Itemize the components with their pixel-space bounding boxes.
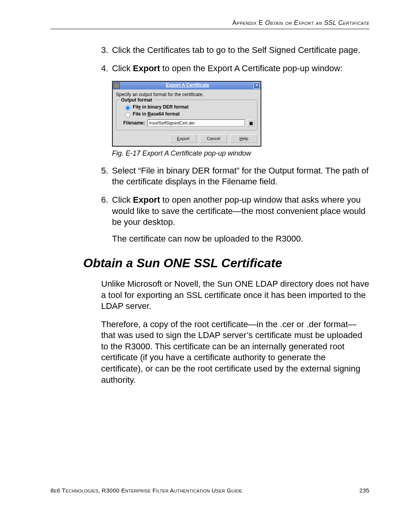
running-header: Appendix E Obtain or Export an SSL Certi… xyxy=(51,19,369,29)
figure-e17: Export A Certificate ✕ Specify an output… xyxy=(112,81,369,147)
radio-base64-format[interactable]: File in Base64 format xyxy=(123,111,255,117)
step-text: Click Export to open the Export A Certif… xyxy=(112,63,343,73)
step-list-2: 5. Select “File in binary DER format” fo… xyxy=(101,165,369,245)
step-5: 5. Select “File in binary DER format” fo… xyxy=(101,165,369,188)
dialog-buttons: Export Cancel Help xyxy=(116,134,257,143)
header-prefix: Appendix E xyxy=(232,19,265,26)
step-text: Click the Certificates tab to go to the … xyxy=(112,45,360,55)
section-heading: Obtain a Sun ONE SSL Certificate xyxy=(83,255,369,272)
cancel-button[interactable]: Cancel xyxy=(200,134,227,143)
step-number: 4. xyxy=(101,63,108,74)
filename-label: Filename: xyxy=(123,120,145,126)
radio-der-input[interactable] xyxy=(125,105,130,110)
step-number: 3. xyxy=(101,45,108,56)
step-text: Click Export to open another pop-up wind… xyxy=(112,195,366,227)
header-title: Obtain or Export an SSL Certificate xyxy=(265,19,369,26)
step-6: 6. Click Export to open another pop-up w… xyxy=(101,195,369,244)
dialog-titlebar: Export A Certificate ✕ xyxy=(113,82,261,89)
folder-icon: ▦ xyxy=(249,121,253,126)
dialog-title: Export A Certificate xyxy=(121,82,254,89)
output-format-group: Output format File in binary DER format … xyxy=(116,100,257,131)
section-para-1: Unlike Microsoft or Novell, the Sun ONE … xyxy=(101,279,369,312)
page-footer: 8e6 Technologies, R3000 Enterprise Filte… xyxy=(51,487,369,494)
step-6-followup: The certificate can now be uploaded to t… xyxy=(112,233,369,245)
export-certificate-dialog: Export A Certificate ✕ Specify an output… xyxy=(112,81,261,147)
step-list-1: 3. Click the Certificates tab to go to t… xyxy=(101,45,369,74)
output-format-legend: Output format xyxy=(119,97,154,103)
filename-field[interactable] xyxy=(147,119,245,126)
help-button[interactable]: Help xyxy=(230,134,257,143)
dialog-body: Specify an output format for the certifi… xyxy=(113,89,261,146)
app-icon xyxy=(114,82,120,89)
figure-caption: Fig. E-17 Export A Certificate pop-up wi… xyxy=(112,149,369,158)
page-number: 235 xyxy=(359,487,369,494)
step-text: Select “File in binary DER format” for t… xyxy=(112,166,369,187)
section-para-2: Therefore, a copy of the root certificat… xyxy=(101,319,369,386)
document-page: Appendix E Obtain or Export an SSL Certi… xyxy=(0,0,420,510)
step-4: 4. Click Export to open the Export A Cer… xyxy=(101,63,369,74)
body-text: 3. Click the Certificates tab to go to t… xyxy=(101,45,369,386)
browse-button[interactable]: ▦ xyxy=(247,119,255,127)
footer-text: 8e6 Technologies, R3000 Enterprise Filte… xyxy=(51,487,242,494)
export-button[interactable]: Export xyxy=(170,134,197,143)
filename-row: Filename: ▦ xyxy=(123,119,255,127)
radio-base64-input[interactable] xyxy=(125,112,130,117)
step-number: 6. xyxy=(101,195,108,206)
step-3: 3. Click the Certificates tab to go to t… xyxy=(101,45,369,56)
close-icon[interactable]: ✕ xyxy=(254,82,260,89)
radio-der-format[interactable]: File in binary DER format xyxy=(123,104,255,110)
step-number: 5. xyxy=(101,165,108,177)
